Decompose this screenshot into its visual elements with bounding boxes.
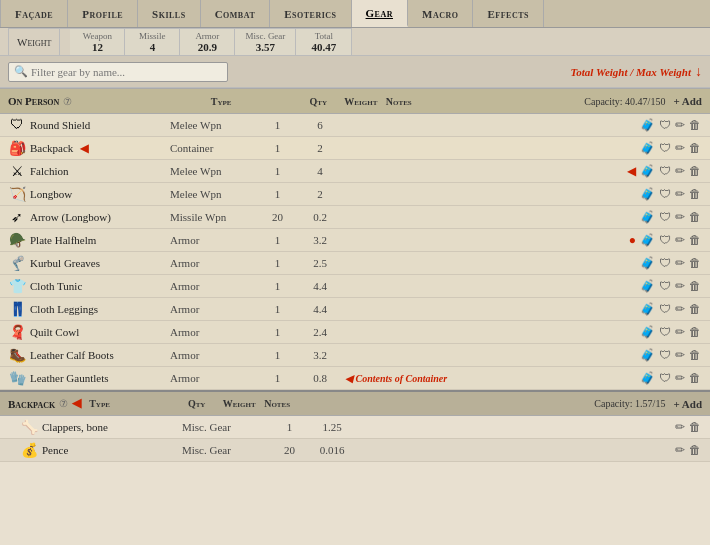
- delete-icon[interactable]: 🗑: [688, 186, 702, 203]
- on-person-add-button[interactable]: + Add: [673, 95, 702, 107]
- item-icon: 🧤: [8, 369, 26, 387]
- item-type: Armor: [170, 257, 260, 269]
- carry-icon[interactable]: 🧳: [639, 232, 656, 249]
- item-name: Cloth Leggings: [30, 303, 170, 315]
- equip-icon[interactable]: 🛡: [658, 255, 672, 272]
- carry-icon[interactable]: 🧳: [639, 370, 656, 387]
- carry-icon[interactable]: 🧳: [639, 163, 656, 180]
- delete-icon[interactable]: 🗑: [688, 419, 702, 436]
- carry-icon[interactable]: 🧳: [639, 209, 656, 226]
- delete-icon[interactable]: 🗑: [688, 301, 702, 318]
- item-weight: 3.2: [295, 234, 345, 246]
- filter-input[interactable]: [8, 62, 228, 82]
- carry-icon[interactable]: 🧳: [639, 278, 656, 295]
- equip-icon[interactable]: 🛡: [658, 163, 672, 180]
- edit-icon[interactable]: ✏: [674, 324, 686, 341]
- delete-icon[interactable]: 🗑: [688, 140, 702, 157]
- item-weight: 0.2: [295, 211, 345, 223]
- item-name: Arrow (Longbow): [30, 211, 170, 223]
- item-qty: 1: [260, 119, 295, 131]
- on-person-title: On Person: [8, 95, 59, 107]
- nav-esoterics[interactable]: Esoterics: [270, 0, 351, 27]
- item-type: Melee Wpn: [170, 119, 260, 131]
- item-type: Armor: [170, 234, 260, 246]
- col-header-type: Type: [89, 398, 179, 409]
- edit-icon[interactable]: ✏: [674, 140, 686, 157]
- equip-icon[interactable]: 🛡: [658, 347, 672, 364]
- item-qty: 1: [260, 142, 295, 154]
- delete-icon[interactable]: 🗑: [688, 442, 702, 459]
- item-type: Container: [170, 142, 260, 154]
- delete-icon[interactable]: 🗑: [688, 232, 702, 249]
- nav-profile[interactable]: Profile: [68, 0, 138, 27]
- edit-icon[interactable]: ✏: [674, 419, 686, 436]
- item-name: Pence: [42, 444, 182, 456]
- gear-row: 🦿 Kurbul Greaves Armor 1 2.5 🧳 🛡 ✏ 🗑: [0, 252, 710, 275]
- edit-icon[interactable]: ✏: [674, 209, 686, 226]
- edit-icon[interactable]: ✏: [674, 442, 686, 459]
- backpack-capacity: Capacity: 1.57/15: [594, 398, 665, 409]
- nav-skills[interactable]: Skills: [138, 0, 201, 27]
- equip-icon[interactable]: 🛡: [658, 186, 672, 203]
- equip-icon[interactable]: 🛡: [658, 209, 672, 226]
- item-type: Armor: [170, 349, 260, 361]
- backpack-add-button[interactable]: + Add: [673, 398, 702, 410]
- equip-icon[interactable]: 🛡: [658, 140, 672, 157]
- carry-icon[interactable]: 🧳: [639, 301, 656, 318]
- edit-icon[interactable]: ✏: [674, 255, 686, 272]
- item-qty: 1: [272, 421, 307, 433]
- nav-facade[interactable]: Façade: [0, 0, 68, 27]
- gear-row: 👖 Cloth Leggings Armor 1 4.4 🧳 🛡 ✏ 🗑: [0, 298, 710, 321]
- carry-icon[interactable]: 🧳: [639, 140, 656, 157]
- delete-icon[interactable]: 🗑: [688, 163, 702, 180]
- equip-icon[interactable]: 🛡: [658, 232, 672, 249]
- item-type: Armor: [170, 372, 260, 384]
- carry-icon[interactable]: 🧳: [639, 117, 656, 134]
- delete-icon[interactable]: 🗑: [688, 278, 702, 295]
- item-weight: 4.4: [295, 303, 345, 315]
- nav-gear[interactable]: Gear: [352, 0, 408, 27]
- equip-icon[interactable]: 🛡: [658, 278, 672, 295]
- item-actions: ✏ 🗑: [674, 442, 702, 459]
- nav-macro[interactable]: Macro: [408, 0, 473, 27]
- delete-icon[interactable]: 🗑: [688, 209, 702, 226]
- equip-icon[interactable]: 🛡: [658, 370, 672, 387]
- col-header-type: Type: [211, 96, 301, 107]
- item-weight: 2.5: [295, 257, 345, 269]
- delete-icon[interactable]: 🗑: [688, 370, 702, 387]
- delete-icon[interactable]: 🗑: [688, 324, 702, 341]
- filter-wrapper: 🔍: [8, 62, 228, 82]
- delete-icon[interactable]: 🗑: [688, 347, 702, 364]
- carry-icon[interactable]: 🧳: [639, 255, 656, 272]
- col-header-notes: Notes: [264, 398, 324, 409]
- delete-icon[interactable]: 🗑: [688, 255, 702, 272]
- edit-icon[interactable]: ✏: [674, 117, 686, 134]
- item-name: Backpack ◀: [30, 142, 170, 155]
- edit-icon[interactable]: ✏: [674, 370, 686, 387]
- edit-icon[interactable]: ✏: [674, 347, 686, 364]
- equip-icon[interactable]: 🛡: [658, 301, 672, 318]
- on-person-capacity: Capacity: 40.47/150: [584, 96, 665, 107]
- edit-icon[interactable]: ✏: [674, 186, 686, 203]
- equip-icon[interactable]: 🛡: [658, 324, 672, 341]
- nav-combat[interactable]: Combat: [201, 0, 271, 27]
- carry-icon[interactable]: 🧳: [639, 347, 656, 364]
- carry-icon[interactable]: 🧳: [639, 324, 656, 341]
- armor-weight-cell: Armor 20.9: [180, 29, 235, 55]
- edit-icon[interactable]: ✏: [674, 163, 686, 180]
- edit-icon[interactable]: ✏: [674, 301, 686, 318]
- weapon-weight-cell: Weapon 12: [70, 29, 125, 55]
- equip-icon[interactable]: 🛡: [658, 117, 672, 134]
- edit-icon[interactable]: ✏: [674, 232, 686, 249]
- item-icon: 🥾: [8, 346, 26, 364]
- item-name: Kurbul Greaves: [30, 257, 170, 269]
- gear-row: 🥾 Leather Calf Boots Armor 1 3.2 🧳 🛡 ✏ 🗑: [0, 344, 710, 367]
- item-name: Round Shield: [30, 119, 170, 131]
- item-actions: 🧳 🛡 ✏ 🗑: [639, 370, 702, 387]
- gear-row: 💰 Pence Misc. Gear 20 0.016 ✏ 🗑: [0, 439, 710, 462]
- arrow-right-icon: ↓: [695, 64, 702, 80]
- edit-icon[interactable]: ✏: [674, 278, 686, 295]
- carry-icon[interactable]: 🧳: [639, 186, 656, 203]
- nav-effects[interactable]: Effects: [473, 0, 544, 27]
- delete-icon[interactable]: 🗑: [688, 117, 702, 134]
